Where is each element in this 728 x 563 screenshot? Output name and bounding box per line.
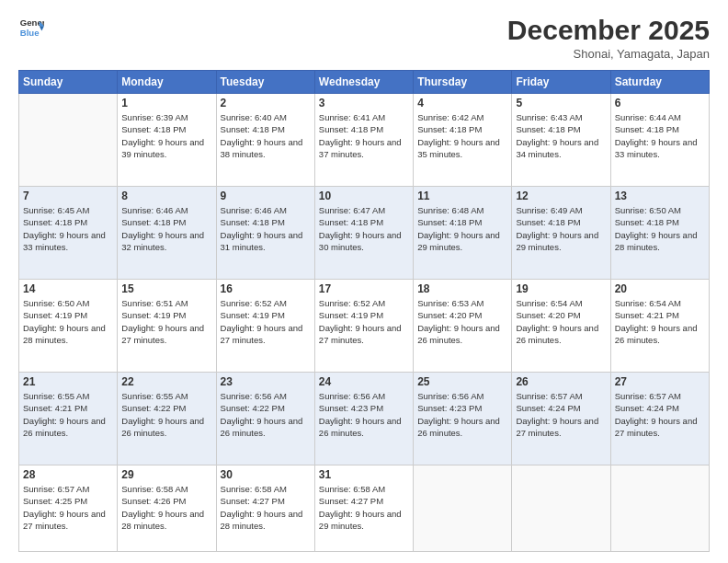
day-number: 29 — [121, 468, 211, 481]
header-thursday: Thursday — [414, 71, 512, 94]
day-info: Sunrise: 6:45 AMSunset: 4:18 PMDaylight:… — [23, 204, 113, 253]
table-row: 15Sunrise: 6:51 AMSunset: 4:19 PMDayligh… — [118, 280, 216, 373]
day-info: Sunrise: 6:47 AMSunset: 4:18 PMDaylight:… — [319, 204, 409, 253]
day-info: Sunrise: 6:57 AMSunset: 4:25 PMDaylight:… — [23, 483, 113, 532]
day-info: Sunrise: 6:44 AMSunset: 4:18 PMDaylight:… — [615, 111, 705, 160]
header: General Blue December 2025 Shonai, Yamag… — [18, 15, 710, 61]
day-info: Sunrise: 6:40 AMSunset: 4:18 PMDaylight:… — [221, 111, 311, 160]
day-number: 7 — [23, 190, 113, 202]
day-number: 30 — [221, 468, 311, 481]
day-number: 20 — [615, 282, 705, 295]
table-row: 24Sunrise: 6:56 AMSunset: 4:23 PMDayligh… — [314, 373, 413, 465]
svg-marker-3 — [40, 26, 44, 30]
day-number: 14 — [23, 282, 113, 295]
day-info: Sunrise: 6:58 AMSunset: 4:26 PMDaylight:… — [121, 483, 211, 532]
day-number: 3 — [319, 97, 409, 109]
day-number: 5 — [516, 97, 606, 109]
day-number: 13 — [615, 190, 705, 202]
header-friday: Friday — [512, 71, 610, 94]
day-number: 16 — [221, 282, 311, 295]
logo-icon: General Blue — [18, 15, 44, 40]
table-row: 14Sunrise: 6:50 AMSunset: 4:19 PMDayligh… — [19, 280, 118, 373]
day-number: 9 — [221, 190, 311, 202]
day-info: Sunrise: 6:50 AMSunset: 4:18 PMDaylight:… — [615, 204, 705, 253]
table-row: 9Sunrise: 6:46 AMSunset: 4:18 PMDaylight… — [216, 187, 314, 280]
table-row: 3Sunrise: 6:41 AMSunset: 4:18 PMDaylight… — [314, 94, 413, 187]
day-number: 15 — [121, 282, 211, 295]
table-row — [610, 465, 709, 552]
day-info: Sunrise: 6:52 AMSunset: 4:19 PMDaylight:… — [319, 297, 409, 346]
day-info: Sunrise: 6:54 AMSunset: 4:21 PMDaylight:… — [615, 297, 705, 346]
day-info: Sunrise: 6:52 AMSunset: 4:19 PMDaylight:… — [221, 297, 311, 346]
header-saturday: Saturday — [610, 71, 709, 94]
table-row — [512, 465, 610, 552]
calendar-table: Sunday Monday Tuesday Wednesday Thursday… — [18, 70, 710, 552]
day-number: 23 — [221, 375, 311, 388]
day-number: 1 — [121, 97, 211, 109]
table-row: 10Sunrise: 6:47 AMSunset: 4:18 PMDayligh… — [314, 187, 413, 280]
title-block: December 2025 Shonai, Yamagata, Japan — [507, 15, 710, 61]
header-sunday: Sunday — [19, 71, 118, 94]
day-number: 17 — [319, 282, 409, 295]
table-row: 25Sunrise: 6:56 AMSunset: 4:23 PMDayligh… — [414, 373, 512, 465]
table-row: 19Sunrise: 6:54 AMSunset: 4:20 PMDayligh… — [512, 280, 610, 373]
table-row: 2Sunrise: 6:40 AMSunset: 4:18 PMDaylight… — [216, 94, 314, 187]
day-info: Sunrise: 6:54 AMSunset: 4:20 PMDaylight:… — [516, 297, 606, 346]
day-number: 27 — [615, 375, 705, 388]
table-row: 23Sunrise: 6:56 AMSunset: 4:22 PMDayligh… — [216, 373, 314, 465]
table-row: 5Sunrise: 6:43 AMSunset: 4:18 PMDaylight… — [512, 94, 610, 187]
calendar-header-row: Sunday Monday Tuesday Wednesday Thursday… — [19, 71, 710, 94]
day-info: Sunrise: 6:39 AMSunset: 4:18 PMDaylight:… — [121, 111, 211, 160]
table-row: 27Sunrise: 6:57 AMSunset: 4:24 PMDayligh… — [610, 373, 709, 465]
logo: General Blue — [18, 15, 44, 40]
day-info: Sunrise: 6:51 AMSunset: 4:19 PMDaylight:… — [121, 297, 211, 346]
day-number: 2 — [221, 97, 311, 109]
location: Shonai, Yamagata, Japan — [507, 47, 710, 61]
calendar-week-row: 7Sunrise: 6:45 AMSunset: 4:18 PMDaylight… — [19, 187, 710, 280]
svg-text:Blue: Blue — [20, 28, 40, 38]
day-info: Sunrise: 6:56 AMSunset: 4:23 PMDaylight:… — [319, 390, 409, 439]
table-row: 8Sunrise: 6:46 AMSunset: 4:18 PMDaylight… — [118, 187, 216, 280]
day-number: 26 — [516, 375, 606, 388]
day-info: Sunrise: 6:58 AMSunset: 4:27 PMDaylight:… — [319, 483, 409, 532]
day-info: Sunrise: 6:49 AMSunset: 4:18 PMDaylight:… — [516, 204, 606, 253]
day-number: 11 — [417, 190, 507, 202]
calendar-week-row: 21Sunrise: 6:55 AMSunset: 4:21 PMDayligh… — [19, 373, 710, 465]
day-number: 25 — [417, 375, 507, 388]
month-title: December 2025 — [507, 15, 710, 45]
day-info: Sunrise: 6:46 AMSunset: 4:18 PMDaylight:… — [221, 204, 311, 253]
table-row: 29Sunrise: 6:58 AMSunset: 4:26 PMDayligh… — [118, 465, 216, 552]
table-row: 6Sunrise: 6:44 AMSunset: 4:18 PMDaylight… — [610, 94, 709, 187]
table-row — [19, 94, 118, 187]
day-number: 21 — [23, 375, 113, 388]
day-number: 31 — [319, 468, 409, 481]
day-number: 12 — [516, 190, 606, 202]
table-row — [414, 465, 512, 552]
day-info: Sunrise: 6:42 AMSunset: 4:18 PMDaylight:… — [417, 111, 507, 160]
day-number: 6 — [615, 97, 705, 109]
day-info: Sunrise: 6:50 AMSunset: 4:19 PMDaylight:… — [23, 297, 113, 346]
table-row: 7Sunrise: 6:45 AMSunset: 4:18 PMDaylight… — [19, 187, 118, 280]
table-row: 13Sunrise: 6:50 AMSunset: 4:18 PMDayligh… — [610, 187, 709, 280]
day-info: Sunrise: 6:57 AMSunset: 4:24 PMDaylight:… — [516, 390, 606, 439]
day-info: Sunrise: 6:48 AMSunset: 4:18 PMDaylight:… — [417, 204, 507, 253]
table-row: 16Sunrise: 6:52 AMSunset: 4:19 PMDayligh… — [216, 280, 314, 373]
day-info: Sunrise: 6:58 AMSunset: 4:27 PMDaylight:… — [221, 483, 311, 532]
calendar-week-row: 1Sunrise: 6:39 AMSunset: 4:18 PMDaylight… — [19, 94, 710, 187]
header-monday: Monday — [118, 71, 216, 94]
table-row: 21Sunrise: 6:55 AMSunset: 4:21 PMDayligh… — [19, 373, 118, 465]
day-info: Sunrise: 6:55 AMSunset: 4:22 PMDaylight:… — [121, 390, 211, 439]
day-number: 28 — [23, 468, 113, 481]
table-row: 11Sunrise: 6:48 AMSunset: 4:18 PMDayligh… — [414, 187, 512, 280]
day-info: Sunrise: 6:57 AMSunset: 4:24 PMDaylight:… — [615, 390, 705, 439]
day-number: 8 — [121, 190, 211, 202]
day-info: Sunrise: 6:55 AMSunset: 4:21 PMDaylight:… — [23, 390, 113, 439]
day-number: 18 — [417, 282, 507, 295]
day-info: Sunrise: 6:56 AMSunset: 4:23 PMDaylight:… — [417, 390, 507, 439]
table-row: 18Sunrise: 6:53 AMSunset: 4:20 PMDayligh… — [414, 280, 512, 373]
day-info: Sunrise: 6:53 AMSunset: 4:20 PMDaylight:… — [417, 297, 507, 346]
day-info: Sunrise: 6:41 AMSunset: 4:18 PMDaylight:… — [319, 111, 409, 160]
day-number: 19 — [516, 282, 606, 295]
table-row: 17Sunrise: 6:52 AMSunset: 4:19 PMDayligh… — [314, 280, 413, 373]
day-info: Sunrise: 6:46 AMSunset: 4:18 PMDaylight:… — [121, 204, 211, 253]
